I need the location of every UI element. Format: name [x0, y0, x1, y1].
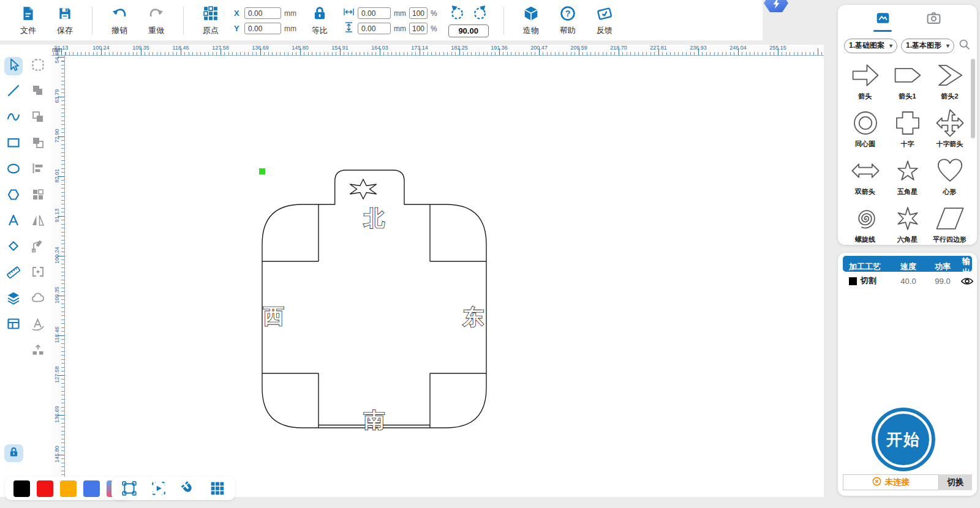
design-star	[350, 179, 376, 199]
design-text-west[interactable]: 西	[263, 304, 284, 328]
subtract-icon	[31, 110, 45, 127]
tool-union[interactable]	[29, 83, 47, 101]
width-input[interactable]	[358, 7, 391, 19]
tool-line[interactable]	[4, 83, 23, 101]
undo-button[interactable]: 撤销	[105, 6, 134, 36]
tool-select[interactable]	[4, 57, 23, 75]
switch-device-button[interactable]: 切换	[939, 474, 972, 490]
tool-subtract[interactable]	[29, 109, 47, 127]
tool-ellipse[interactable]	[4, 160, 23, 179]
lock-icon	[312, 6, 328, 24]
origin-button[interactable]: 原点	[196, 6, 225, 36]
subcategory-dropdown[interactable]: 1.基本图形▾	[901, 39, 954, 53]
artboard-frame-icon[interactable]	[121, 480, 137, 496]
shape-double-arrow[interactable]: 双箭头	[844, 152, 886, 200]
preview-icon[interactable]	[151, 480, 167, 496]
design-text-north[interactable]: 北	[363, 206, 385, 230]
tool-rectangle[interactable]	[4, 135, 23, 153]
shape-cross[interactable]: 十字	[886, 105, 929, 152]
rotate-cw-icon[interactable]	[472, 5, 488, 23]
top-toolbar: 文件 保存 撤销 重做 原点 X mm Y	[0, 0, 763, 40]
tool-ruler[interactable]	[4, 264, 23, 282]
ruler-label: 127.58	[212, 45, 229, 51]
text-path-icon	[31, 316, 45, 334]
tool-arrange[interactable]	[29, 187, 47, 205]
tool-fragment[interactable]	[29, 135, 47, 153]
tab-camera[interactable]	[926, 10, 941, 32]
shape-star-5[interactable]: 五角星	[886, 152, 929, 200]
process-row[interactable]: 切割 40.0 99.0	[843, 272, 972, 290]
shape-chevron[interactable]: 箭头2	[929, 57, 971, 105]
laser-software-window: 文件 保存 撤销 重做 原点 X mm Y	[0, 0, 980, 508]
gallery-icon	[875, 10, 891, 28]
x-position-input[interactable]	[244, 7, 281, 19]
text-icon	[6, 213, 21, 230]
toolbar-separator	[503, 7, 504, 35]
design-canvas[interactable]: 北 西 东 南	[65, 56, 824, 497]
tab-gallery[interactable]	[873, 10, 892, 32]
rotation-input[interactable]	[448, 24, 489, 37]
color-swatch-2[interactable]	[37, 480, 53, 497]
tool-align[interactable]	[29, 160, 47, 179]
tool-polygon[interactable]	[4, 187, 23, 205]
shape-spiral[interactable]: 螺旋线	[844, 200, 886, 245]
design-text-south[interactable]: 南	[364, 408, 385, 432]
tool-cloud[interactable]	[29, 290, 47, 308]
shape-star-6[interactable]: 六角星	[886, 200, 929, 245]
height-percent-input[interactable]	[409, 23, 428, 34]
shape-concentric-circles[interactable]: 同心圆	[844, 105, 886, 152]
canvas-lock-tool[interactable]	[4, 444, 23, 462]
shape-library-card: 1.基础图案▾ 1.基本图形▾ 箭头箭头1箭头2同心圆十字十字箭头双箭头五角星心…	[838, 5, 977, 245]
save-button[interactable]: 保存	[50, 6, 80, 36]
tool-weld[interactable]	[29, 264, 47, 282]
shape-arrow-pentagon[interactable]: 箭头1	[886, 57, 929, 105]
tool-node-edit[interactable]	[29, 238, 47, 256]
tool-text-path[interactable]	[29, 316, 47, 334]
app-logo-badge[interactable]	[764, 0, 788, 12]
magnet-snap-icon[interactable]	[180, 480, 196, 496]
search-icon[interactable]	[958, 38, 971, 53]
tool-text[interactable]	[4, 212, 23, 231]
help-button[interactable]: ? 帮助	[553, 6, 582, 36]
y-position-input[interactable]	[244, 23, 281, 34]
scrollbar-thumb[interactable]	[971, 59, 975, 138]
tool-split[interactable]	[29, 342, 47, 360]
spiral-icon	[848, 204, 883, 233]
color-swatch-4[interactable]	[83, 480, 100, 497]
horizontal-ruler: 91.13100.24109.35118.46127.58136.69145.8…	[51, 45, 824, 56]
start-button[interactable]: 开始	[872, 408, 935, 471]
tool-layers[interactable]	[4, 290, 23, 308]
create-button[interactable]: 造物	[516, 6, 546, 36]
feedback-button[interactable]: 反馈	[590, 6, 619, 36]
cross-icon	[890, 108, 925, 138]
ratio-lock-button[interactable]: 等比	[305, 6, 334, 36]
connection-status[interactable]: 未连接	[843, 474, 939, 490]
question-icon: ?	[560, 6, 576, 24]
color-swatch-1[interactable]	[13, 480, 30, 497]
category-dropdown[interactable]: 1.基础图案▾	[844, 39, 897, 53]
svg-text:?: ?	[565, 9, 570, 18]
shape-parallelogram[interactable]: 平行四边形	[929, 200, 971, 245]
output-visibility-toggle[interactable]	[960, 277, 974, 286]
tool-mirror[interactable]	[29, 212, 47, 231]
height-input[interactable]	[358, 23, 391, 34]
shape-arrow-right[interactable]: 箭头	[844, 57, 886, 105]
ruler-label: 109.35	[54, 280, 60, 310]
ruler-label: 236.93	[690, 45, 707, 51]
tool-eraser[interactable]	[4, 238, 23, 256]
compass-design[interactable]: 北 西 东 南	[245, 147, 502, 435]
design-text-east[interactable]: 东	[462, 305, 484, 329]
color-swatch-3[interactable]	[60, 480, 77, 497]
redo-button[interactable]: 重做	[141, 6, 171, 36]
tool-table[interactable]	[4, 316, 23, 334]
shape-cross-arrows[interactable]: 十字箭头	[929, 105, 971, 152]
rotate-ccw-icon[interactable]	[450, 5, 465, 23]
file-button[interactable]: 文件	[13, 6, 43, 36]
tool-marquee[interactable]	[29, 57, 47, 75]
grid-toggle-icon[interactable]	[209, 480, 225, 496]
tool-curve[interactable]	[4, 109, 23, 127]
width-percent-input[interactable]	[409, 7, 428, 19]
shape-heart[interactable]: 心形	[929, 152, 971, 200]
marquee-icon	[31, 58, 45, 75]
arrow-right-icon	[848, 61, 883, 90]
